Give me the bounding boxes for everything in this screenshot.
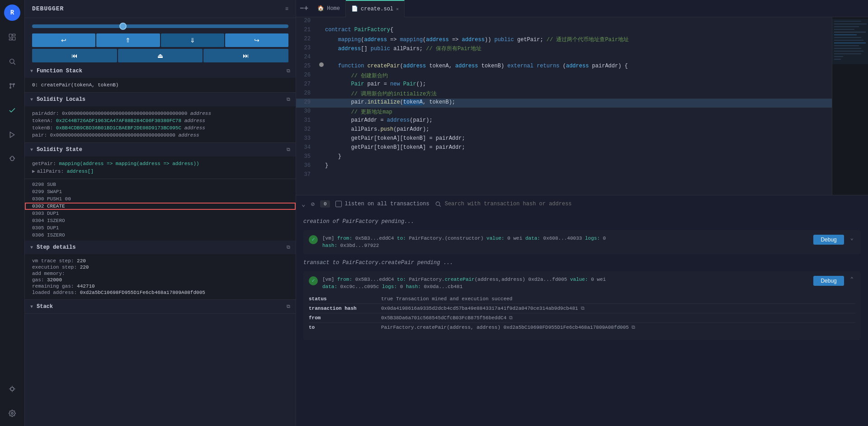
- files-icon[interactable]: [4, 29, 20, 45]
- detail-tx-hash: transaction hash 0x0da4198616a9335d2dcb4…: [309, 304, 855, 313]
- debug-icon[interactable]: [4, 151, 20, 167]
- check-icon[interactable]: [4, 102, 20, 118]
- code-line-36: 36 }: [296, 162, 832, 171]
- svg-line-5: [14, 63, 15, 65]
- tx-entry-1: ✓ [vm] from: 0x5B3...eddC4 to: PairFacto…: [303, 230, 861, 254]
- tx-text-2: [vm] from: 0x5B3...eddC4 to: PairFactory…: [322, 276, 809, 291]
- code-line-31: 31 pairAddr = address(pair);: [296, 117, 832, 126]
- tx-status-1: ✓: [309, 235, 318, 244]
- detail-to: to PairFactory.createPair(address, addre…: [309, 323, 855, 332]
- step-execution: execution step: 220: [32, 264, 288, 270]
- stack-copy-icon[interactable]: ⧉: [287, 304, 290, 309]
- stack-title: Stack: [37, 303, 283, 310]
- tx-entry-2: ✓ [vm] from: 0x5B3...eddC4 to: PairFacto…: [303, 271, 861, 340]
- code-line-27: 27 Pair pair = new Pair();: [296, 80, 832, 90]
- tab-create-sol[interactable]: 📄 create.sol ✕: [346, 0, 405, 17]
- code-line-22: 22 mapping(address => mapping(address =>…: [296, 35, 832, 44]
- logo-icon[interactable]: R: [4, 5, 20, 21]
- zoom-in-button[interactable]: +: [304, 5, 309, 13]
- solidity-state-header[interactable]: ▼ Solidity State ⧉: [25, 143, 296, 156]
- tx-status-2: ✓: [309, 276, 318, 285]
- debug-button-2[interactable]: Debug: [813, 276, 844, 286]
- tx-count-badge: 0: [320, 200, 330, 208]
- listen-label: listen on all transactions: [344, 201, 429, 207]
- copy-tx-hash[interactable]: ⧉: [581, 306, 585, 311]
- step-forward-button[interactable]: ↪: [225, 33, 288, 47]
- code-line-23: 23 address[] public allPairs; // 保存所有Pai…: [296, 44, 832, 53]
- function-stack-section: ▼ Function Stack ⧉ 0: createPair(tokenA,…: [25, 64, 296, 93]
- sidebar: R: [0, 0, 25, 426]
- home-tab-icon: 🏠: [317, 5, 324, 12]
- stack-item: 0: createPair(tokenA, tokenB): [32, 81, 288, 89]
- tx-expand-2[interactable]: ⌃: [849, 276, 855, 283]
- solidity-locals-section: ▼ Solidity Locals ⧉ pairAddr: 0x00000000…: [25, 93, 296, 143]
- stack-section: ▼ Stack ⧉: [25, 300, 296, 314]
- solidity-state-copy-icon[interactable]: ⧉: [287, 147, 290, 152]
- deploy-icon[interactable]: [4, 127, 20, 143]
- step-details-header[interactable]: ▼ Step details ⧉: [25, 241, 296, 254]
- step-details-content: vm trace step: 220 execution step: 220 a…: [25, 254, 296, 299]
- plugin-icon[interactable]: [4, 381, 20, 397]
- tx-search-input[interactable]: [445, 201, 863, 207]
- copy-from[interactable]: ⧉: [509, 315, 513, 321]
- opcode-0300[interactable]: 0300 PUSH1 00: [25, 195, 296, 203]
- create-sol-tab-close[interactable]: ✕: [396, 6, 399, 12]
- function-stack-header[interactable]: ▼ Function Stack ⧉: [25, 64, 296, 78]
- console-area: creation of PairFactory pending... ✓ [vm…: [296, 213, 868, 426]
- solidity-locals-copy-icon[interactable]: ⧉: [287, 97, 290, 102]
- solidity-locals-header[interactable]: ▼ Solidity Locals ⧉: [25, 93, 296, 106]
- search-container: [435, 201, 863, 207]
- opcode-0304[interactable]: 0304 ISZERO: [25, 217, 296, 224]
- tx-info-2: [vm] from: 0x5B3...eddC4 to: PairFactory…: [322, 276, 809, 291]
- stop-icon[interactable]: ⊘: [311, 200, 314, 208]
- code-line-37: 37: [296, 171, 832, 180]
- solidity-state-content: getPair: mapping(address => mapping(addr…: [25, 156, 296, 179]
- copy-to[interactable]: ⧉: [632, 325, 635, 330]
- opcode-0303[interactable]: 0303 DUP1: [25, 210, 296, 217]
- step-slider[interactable]: [32, 24, 288, 28]
- git-icon[interactable]: [4, 78, 20, 94]
- debugger-body: ▼ Function Stack ⧉ 0: createPair(tokenA,…: [25, 64, 296, 426]
- code-line-35: 35 }: [296, 153, 832, 162]
- step-back-button[interactable]: ↩: [32, 33, 95, 47]
- search-icon[interactable]: [4, 53, 20, 70]
- opcode-0299[interactable]: 0299 SWAP1: [25, 188, 296, 195]
- detail-status: status true Transaction mined and execut…: [309, 294, 855, 304]
- step-over-button[interactable]: ⇑: [96, 33, 160, 47]
- tab-home[interactable]: 🏠 Home: [312, 0, 346, 17]
- settings-icon[interactable]: [4, 405, 20, 421]
- bottom-toolbar: ⌄ ⊘ 0 listen on all transactions: [296, 195, 868, 213]
- svg-marker-10: [10, 132, 14, 137]
- local-tokenB: tokenB: 0xBB4CDB9CBD36B01BD1CBAEBF2DE08D…: [32, 124, 288, 132]
- editor-area[interactable]: 20 21 contract PairFactory{ 22 mapping(a…: [296, 17, 832, 195]
- step-vm-trace: vm trace step: 220: [32, 258, 288, 264]
- step-into-button[interactable]: ⇓: [161, 33, 224, 47]
- opcode-0298[interactable]: 0298 SUB: [25, 181, 296, 188]
- function-stack-copy-icon[interactable]: ⧉: [287, 68, 290, 74]
- jump-start-button[interactable]: ⏮: [32, 49, 117, 62]
- function-stack-title: Function Stack: [37, 68, 283, 74]
- collapse-icon[interactable]: ⌄: [302, 200, 305, 208]
- stack-header[interactable]: ▼ Stack ⧉: [25, 300, 296, 313]
- debug-button-1[interactable]: Debug: [813, 235, 844, 245]
- opcode-0306[interactable]: 0306 ISZERO: [25, 232, 296, 239]
- jump-prev-button[interactable]: ⏏: [118, 49, 203, 62]
- minimap: [832, 17, 868, 195]
- step-details-copy-icon[interactable]: ⧉: [287, 245, 290, 250]
- solidity-locals-title: Solidity Locals: [37, 96, 283, 103]
- code-line-28: 28 // 调用新合约的initialize方法: [296, 90, 832, 99]
- code-line-34: 34 getPair[tokenB][tokenA] = pairAddr;: [296, 144, 832, 153]
- tx-expand-1[interactable]: ⌄: [849, 235, 855, 241]
- listen-checkbox[interactable]: [335, 201, 342, 207]
- svg-point-8: [10, 87, 11, 89]
- debugger-header: DEBUGGER ≡: [25, 0, 296, 18]
- minimap-svg: [832, 17, 868, 195]
- opcode-0302[interactable]: 0302 CREATE: [25, 203, 296, 210]
- debugger-menu-icon[interactable]: ≡: [285, 6, 288, 12]
- debugger-panel: DEBUGGER ≡ ↩ ⇑ ⇓ ↪ ⏮ ⏏ ⏭ ▼ Function Stac…: [25, 0, 296, 426]
- opcode-0305[interactable]: 0305 DUP1: [25, 224, 296, 232]
- zoom-out-button[interactable]: −: [300, 5, 304, 13]
- jump-next-button[interactable]: ⏭: [203, 49, 288, 62]
- console-wrapper: creation of PairFactory pending... ✓ [vm…: [296, 213, 868, 426]
- create-sol-tab-icon: 📄: [351, 5, 358, 12]
